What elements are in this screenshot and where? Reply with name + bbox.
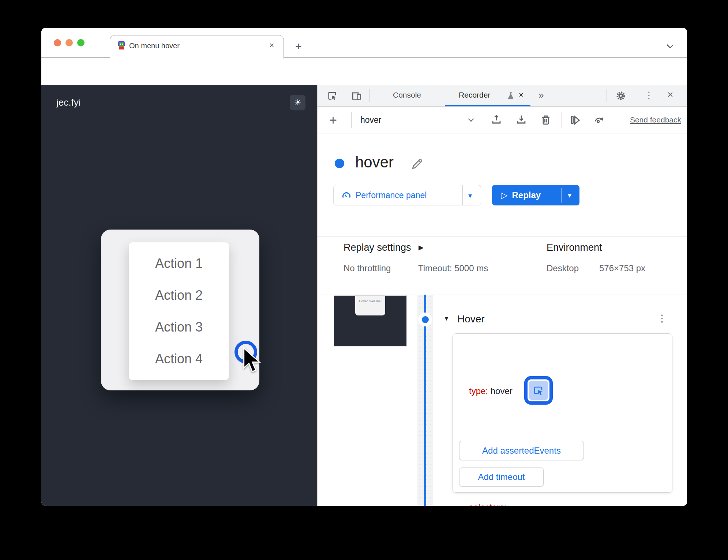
window-close-button[interactable] <box>54 39 61 46</box>
browser-tab[interactable]: On menu hover × <box>110 35 284 58</box>
play-outline-icon: ▷ <box>501 190 507 200</box>
more-tabs-icon[interactable]: » <box>539 90 544 101</box>
divider <box>562 188 562 203</box>
send-feedback-link[interactable]: Send feedback <box>630 116 681 124</box>
environment-device: Desktop <box>547 263 579 273</box>
hover-demo-card[interactable]: Hover over me! Action 1 Action 2 Action … <box>101 230 259 390</box>
step-thumbnail[interactable]: Hover over me! <box>334 295 407 347</box>
recorder-toolbar: + hover <box>318 107 687 133</box>
code-value: hover <box>491 386 513 396</box>
performance-caret-icon[interactable]: ▾ <box>468 191 472 200</box>
timeline-step-marker[interactable] <box>418 313 432 326</box>
tab-favicon <box>117 41 126 50</box>
device-toolbar-icon[interactable] <box>351 90 363 102</box>
recording-select-chevron-icon[interactable] <box>468 116 474 122</box>
page-viewport: jec.fyi ☀ Hover over me! Action 1 Action… <box>41 85 317 506</box>
speedometer-icon <box>341 190 352 201</box>
divider <box>591 262 591 277</box>
replay-button[interactable]: ▷ Replay ▾ <box>492 185 579 205</box>
tab-search-chevron-icon[interactable] <box>667 41 674 49</box>
import-recording-icon[interactable] <box>515 114 528 126</box>
desktop-background: On menu hover × + ← → jec.fyi/demo/menu-… <box>0 0 728 560</box>
add-asserted-events-button[interactable]: Add assertedEvents <box>459 441 584 460</box>
code-line: selectors: <box>469 497 527 506</box>
replay-settings-heading[interactable]: Replay settings <box>344 242 411 253</box>
add-timeout-button[interactable]: Add timeout <box>459 468 544 487</box>
thumbnail-mini-card: Hover over me! <box>355 296 385 315</box>
edit-title-pencil-icon[interactable] <box>410 156 424 171</box>
active-tab-underline <box>445 105 530 106</box>
recorder-flask-icon <box>506 91 516 101</box>
browser-toolbar: ← → jec.fyi/demo/menu-hover ☆ <box>41 58 687 85</box>
divider <box>351 112 352 128</box>
menu-item[interactable]: Action 3 <box>129 319 229 335</box>
devtools-menu-dots-icon[interactable]: ⋮ <box>644 90 654 101</box>
step-title[interactable]: Hover <box>457 313 485 325</box>
environment-viewport: 576×753 px <box>599 263 645 273</box>
export-recording-icon[interactable] <box>490 114 503 126</box>
window-minimize-button[interactable] <box>65 39 73 46</box>
divider <box>607 89 607 102</box>
window-zoom-button[interactable] <box>77 39 85 46</box>
menu-item[interactable]: Action 2 <box>129 288 229 303</box>
step-collapse-icon[interactable]: ▼ <box>443 315 450 322</box>
popup-menu: Action 1 Action 2 Action 3 Action 4 <box>129 242 229 380</box>
recording-select[interactable]: hover <box>360 115 382 125</box>
devtools-close-icon[interactable]: × <box>667 89 673 101</box>
timeline-step-dot <box>422 316 429 323</box>
site-brand[interactable]: jec.fyi <box>56 97 80 108</box>
tab-title: On menu hover <box>129 42 180 50</box>
environment-heading: Environment <box>547 242 602 253</box>
divider <box>462 185 463 205</box>
step-replay-icon[interactable] <box>569 114 581 126</box>
devtools-tab-bar: Console Recorder × » ⋮ × <box>318 85 687 107</box>
divider <box>483 112 483 128</box>
browser-window: On menu hover × + ← → jec.fyi/demo/menu-… <box>41 28 687 506</box>
add-recording-button[interactable]: + <box>329 113 337 128</box>
replay-settings-expand-icon[interactable]: ▶ <box>419 243 424 251</box>
tab-recorder[interactable]: Recorder <box>459 91 490 99</box>
code-line: type: hover <box>469 381 527 401</box>
step-details-card: type: hover target: main selectors: sele… <box>453 333 672 493</box>
throttling-value: No throttling <box>344 263 391 273</box>
pick-selector-button[interactable] <box>524 376 553 405</box>
devtools-panel: Console Recorder × » ⋮ × + hover <box>317 85 687 506</box>
theme-toggle-button[interactable]: ☀ <box>290 95 305 110</box>
recording-status-dot <box>335 159 344 168</box>
divider <box>410 262 410 277</box>
delete-recording-trash-icon[interactable] <box>540 114 552 126</box>
sun-icon: ☀ <box>294 98 301 107</box>
divider <box>369 89 370 102</box>
timeout-value: Timeout: 5000 ms <box>418 263 488 273</box>
divider <box>318 295 687 295</box>
divider <box>562 112 562 128</box>
recorder-tab-close-icon[interactable]: × <box>519 90 524 100</box>
inspect-element-icon[interactable] <box>326 90 338 102</box>
replay-caret-icon[interactable]: ▾ <box>568 191 571 200</box>
pick-selector-icon <box>529 381 548 400</box>
performance-panel-label: Performance panel <box>356 190 427 200</box>
divider <box>318 237 687 237</box>
new-tab-button[interactable]: + <box>295 41 302 52</box>
settings-gear-icon[interactable] <box>615 90 627 102</box>
mouse-cursor-icon <box>241 347 261 374</box>
step-menu-dots-icon[interactable]: ⋮ <box>657 313 667 324</box>
tab-strip: On menu hover × + <box>41 28 687 58</box>
replay-label: Replay <box>512 190 541 200</box>
tab-close-icon[interactable]: × <box>269 41 274 50</box>
menu-item[interactable]: Action 1 <box>129 256 229 271</box>
slow-replay-icon[interactable] <box>593 114 605 126</box>
performance-panel-button[interactable]: Performance panel ▾ <box>333 185 481 205</box>
recording-title: hover <box>355 154 394 171</box>
code-key: type: <box>469 386 488 396</box>
tab-console[interactable]: Console <box>393 91 421 99</box>
code-key: selectors: <box>469 502 507 506</box>
menu-item[interactable]: Action 4 <box>129 351 229 367</box>
